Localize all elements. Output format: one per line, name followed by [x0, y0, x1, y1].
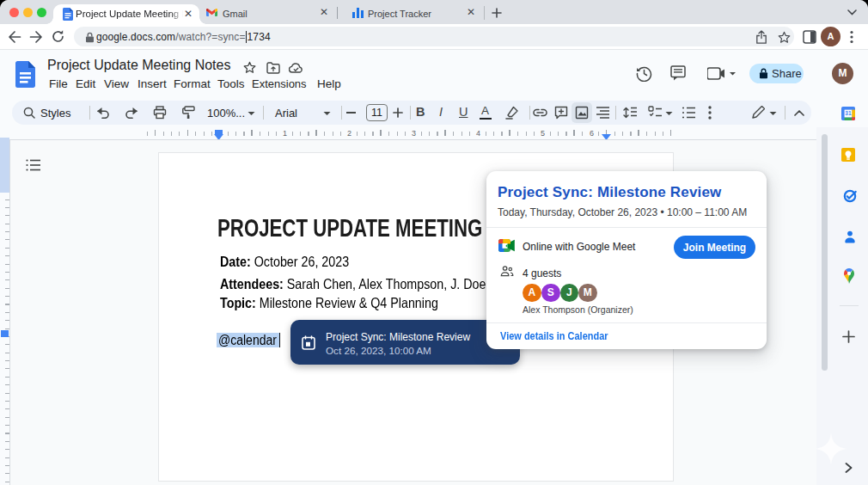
svg-text:31: 31: [845, 110, 852, 116]
